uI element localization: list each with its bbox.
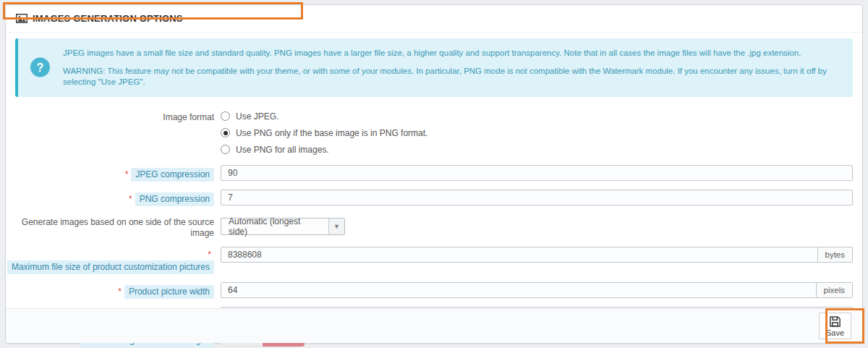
side-source-label: Generate images based on one side of the… <box>6 214 221 239</box>
images-generation-options-page: { "panel": { "title": "IMAGES GENERATION… <box>0 0 868 348</box>
required-asterisk: * <box>118 287 122 297</box>
radio-use-png-if-base-png[interactable]: Use PNG only if the base image is in PNG… <box>221 126 853 138</box>
side-source-select[interactable]: Automatic (longest side) ▼ <box>221 218 345 235</box>
panel-header: IMAGES GENERATION OPTIONS <box>6 5 862 33</box>
info-alert: ? JPEG images have a small file size and… <box>15 38 853 97</box>
panel-footer: Save <box>6 308 862 343</box>
required-asterisk: * <box>208 250 211 260</box>
radio-use-png-all[interactable]: Use PNG for all images. <box>221 143 853 155</box>
page-title: IMAGES GENERATION OPTIONS <box>33 13 183 24</box>
radio-button[interactable] <box>221 128 230 137</box>
radio-button[interactable] <box>221 111 230 121</box>
caret-down-icon: ▼ <box>328 218 344 234</box>
picture-width-label: *Product picture width <box>6 282 221 299</box>
radio-button[interactable] <box>221 145 230 154</box>
image-format-options: Use JPEG. Use PNG only if the base image… <box>221 109 853 159</box>
radio-use-jpeg[interactable]: Use JPEG. <box>221 109 853 122</box>
info-alert-line2: WARNING: This feature may not be compati… <box>63 66 840 88</box>
jpeg-compression-input[interactable] <box>221 165 853 181</box>
required-asterisk: * <box>125 169 129 179</box>
picture-width-input[interactable] <box>221 282 817 298</box>
max-file-size-input[interactable] <box>221 247 818 263</box>
required-asterisk: * <box>129 194 132 204</box>
radio-label: Use PNG for all images. <box>236 145 329 155</box>
form-row-picture-width: *Product picture width pixels <box>6 282 853 299</box>
max-file-size-label: *Maximum file size of product customizat… <box>6 247 221 274</box>
floppy-disk-icon <box>829 315 841 328</box>
form-row-max-file-size: *Maximum file size of product customizat… <box>6 247 853 274</box>
unit-addon-bytes: bytes <box>818 247 854 263</box>
form-row-side-source: Generate images based on one side of the… <box>6 214 853 239</box>
panel-body: ? JPEG images have a small file size and… <box>6 33 862 308</box>
images-generation-options-panel: IMAGES GENERATION OPTIONS ? JPEG images … <box>5 4 863 344</box>
form-row-jpeg-compression: *JPEG compression <box>6 165 853 182</box>
question-icon: ? <box>30 58 50 77</box>
image-format-label: Image format <box>6 109 221 123</box>
picture-icon <box>16 14 27 23</box>
form-row-image-format: Image format Use JPEG. Use PNG only if t… <box>6 109 853 159</box>
select-value: Automatic (longest side) <box>221 218 328 234</box>
png-compression-label: *PNG compression <box>6 190 221 206</box>
png-compression-input[interactable] <box>221 190 853 205</box>
radio-label: Use PNG only if the base image is in PNG… <box>236 128 427 138</box>
radio-label: Use JPEG. <box>236 111 278 122</box>
form-row-png-compression: *PNG compression <box>6 190 853 206</box>
save-button-label: Save <box>826 328 844 337</box>
jpeg-compression-label: *JPEG compression <box>6 165 221 182</box>
save-button[interactable]: Save <box>819 313 851 339</box>
unit-addon-pixels: pixels <box>817 282 853 298</box>
info-alert-line1: JPEG images have a small file size and s… <box>63 48 840 59</box>
